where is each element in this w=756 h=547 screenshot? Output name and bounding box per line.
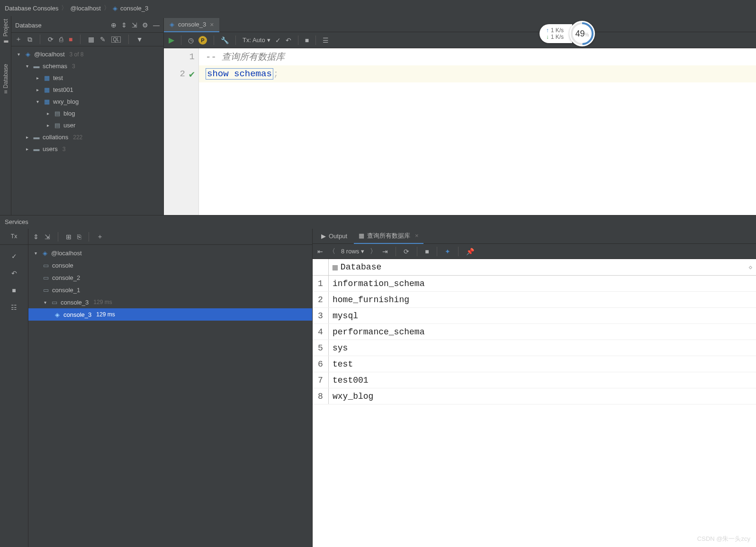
tree-schema-test001[interactable]: ▸ ▦ test001 — [11, 84, 163, 96]
tree-table-blog[interactable]: ▸ ▤ blog — [11, 108, 163, 119]
tree-collations[interactable]: ▸ ▬ collations 222 — [11, 131, 163, 143]
stop-icon[interactable]: ■ — [69, 36, 72, 43]
table-icon: ▤ — [53, 110, 62, 117]
chevron-right-icon: ▸ — [34, 75, 41, 81]
schema-icon: ▦ — [43, 98, 51, 105]
cell-database: mysql — [329, 308, 756, 323]
pin-icon[interactable]: 📌 — [466, 248, 474, 255]
column-header-database[interactable]: ▦ Database ◇ — [329, 259, 756, 275]
layout-icon[interactable]: ☷ — [0, 302, 28, 313]
tab-query-result[interactable]: ▦ 查询所有数据库 × — [354, 229, 423, 244]
tx-icon[interactable]: Tx — [11, 231, 17, 242]
first-page-icon[interactable]: ⇤ — [317, 248, 323, 255]
cell-database: performance_schema — [329, 324, 756, 340]
crumb-console[interactable]: console_3 — [120, 5, 148, 12]
folder-icon: ▮ — [2, 38, 9, 45]
collapse-icon[interactable]: ⇲ — [132, 21, 137, 29]
collapse-all-icon[interactable]: ⇲ — [45, 233, 50, 241]
expand-all-icon[interactable]: ⇕ — [33, 233, 39, 241]
settings-icon[interactable]: ☰ — [323, 36, 329, 44]
chevron-down-icon: ▾ — [15, 52, 22, 57]
tab-project[interactable]: ▮ Project — [2, 19, 9, 45]
services-sidebar: Tx ✓ ↶ ■ ☷ — [0, 229, 28, 547]
tree-schema-test[interactable]: ▸ ▦ test — [11, 72, 163, 84]
tab-output[interactable]: ▶ Output — [316, 229, 352, 244]
stop-icon[interactable]: ■ — [425, 248, 429, 255]
chevron-icon: 〉 — [61, 4, 67, 12]
copy-icon[interactable]: ⧉ — [27, 36, 32, 44]
result-row[interactable]: 7test001 — [313, 372, 756, 388]
ql-icon[interactable]: QL — [111, 36, 120, 43]
tab-console3[interactable]: ◈ console_3 × — [164, 18, 219, 32]
edit-icon[interactable]: ✎ — [100, 36, 106, 43]
minimize-icon[interactable]: — — [153, 21, 160, 29]
svc-console3-group[interactable]: ▾ ▭ console_3 129 ms — [28, 296, 312, 308]
services-title: Services — [0, 215, 756, 229]
wrench-icon[interactable]: 🔧 — [221, 36, 229, 44]
rollback-icon[interactable]: ↶ — [286, 36, 291, 44]
result-row[interactable]: 1information_schema — [313, 276, 756, 292]
cell-database: information_schema — [329, 276, 756, 291]
sort-icon[interactable]: ◇ — [749, 264, 752, 271]
gear-icon[interactable]: ⚙ — [142, 21, 148, 29]
row-index: 1 — [313, 276, 329, 291]
result-row[interactable]: 2home_furnishing — [313, 292, 756, 308]
tree-host[interactable]: ▾ ◈ @localhost 3 of 8 — [11, 48, 163, 60]
tab-database[interactable]: ≡ Database — [2, 64, 9, 93]
check-icon[interactable]: ✓ — [0, 251, 28, 262]
add-icon[interactable]: ＋ — [97, 233, 103, 241]
close-icon[interactable]: × — [210, 21, 214, 28]
table-icon: ▤ — [53, 122, 62, 129]
result-grid[interactable]: ▦ Database ◇ 1information_schema2home_fu… — [313, 259, 756, 547]
add-datasource-icon[interactable]: ⊕ — [111, 21, 117, 29]
last-page-icon[interactable]: ⇥ — [382, 248, 388, 255]
code-editor[interactable]: 1 2✔ -- 查询所有数据库 show schemas ; — [164, 48, 756, 215]
svc-console3-item[interactable]: ◈ console_3 129 ms — [28, 308, 312, 321]
chevron-down-icon: ▾ — [24, 63, 30, 69]
undo-icon[interactable]: ↶ — [0, 268, 28, 279]
row-index: 6 — [313, 356, 329, 372]
tree-table-user[interactable]: ▸ ▤ user — [11, 119, 163, 131]
table-icon[interactable]: ▦ — [88, 36, 94, 43]
tx-selector[interactable]: Tx: Auto▾ — [243, 36, 270, 44]
next-page-icon[interactable]: 〉 — [370, 247, 377, 256]
group-icon[interactable]: ⊞ — [66, 233, 72, 241]
crumb-db-consoles[interactable]: Database Consoles — [5, 5, 58, 12]
commit-icon[interactable]: ✓ — [275, 36, 281, 44]
reload-icon[interactable]: ⟳ — [404, 248, 409, 255]
close-icon[interactable]: × — [415, 232, 419, 239]
stop-icon[interactable]: ■ — [305, 36, 309, 44]
chevron-right-icon: ▸ — [34, 87, 41, 92]
database-icon: ≡ — [4, 89, 7, 95]
rows-selector[interactable]: 8 rows▾ — [341, 248, 364, 255]
crumb-host[interactable]: @localhost — [70, 5, 101, 12]
tree-schemas[interactable]: ▾ ▬ schemas 3 — [11, 60, 163, 72]
compare-icon[interactable]: ✦ — [445, 248, 450, 255]
save-icon[interactable]: ⎘ — [77, 233, 81, 241]
plus-icon[interactable]: ＋ — [15, 35, 22, 44]
tree-schema-wxyblog[interactable]: ▾ ▦ wxy_blog — [11, 96, 163, 108]
result-row[interactable]: 5sys — [313, 340, 756, 356]
tree-users[interactable]: ▸ ▬ users 3 — [11, 143, 163, 155]
result-row[interactable]: 8wxy_blog — [313, 388, 756, 404]
result-row[interactable]: 6test — [313, 356, 756, 372]
svc-host[interactable]: ▾ ◈ @localhost — [28, 247, 312, 259]
console-icon: ◈ — [170, 21, 174, 28]
row-index: 4 — [313, 324, 329, 340]
run-button[interactable]: ▶ — [169, 36, 174, 45]
svc-console1[interactable]: ▭ console_1 — [28, 284, 312, 296]
result-row[interactable]: 3mysql — [313, 308, 756, 324]
side-tabs: ▮ Project ≡ Database — [0, 16, 11, 215]
plan-badge[interactable]: P — [198, 36, 207, 45]
prev-page-icon[interactable]: 〈 — [329, 247, 335, 256]
expand-icon[interactable]: ⇕ — [121, 21, 127, 29]
chevron-down-icon: ▾ — [34, 99, 41, 104]
stop-icon[interactable]: ■ — [0, 285, 28, 296]
svc-console2[interactable]: ▭ console_2 — [28, 271, 312, 284]
script-icon[interactable]: ⎙ — [59, 36, 63, 43]
filter-icon[interactable]: ▼ — [136, 36, 143, 43]
refresh-icon[interactable]: ⟳ — [48, 36, 54, 43]
svc-console[interactable]: ▭ console — [28, 259, 312, 271]
result-row[interactable]: 4performance_schema — [313, 324, 756, 340]
history-icon[interactable]: ◷ — [188, 36, 194, 44]
